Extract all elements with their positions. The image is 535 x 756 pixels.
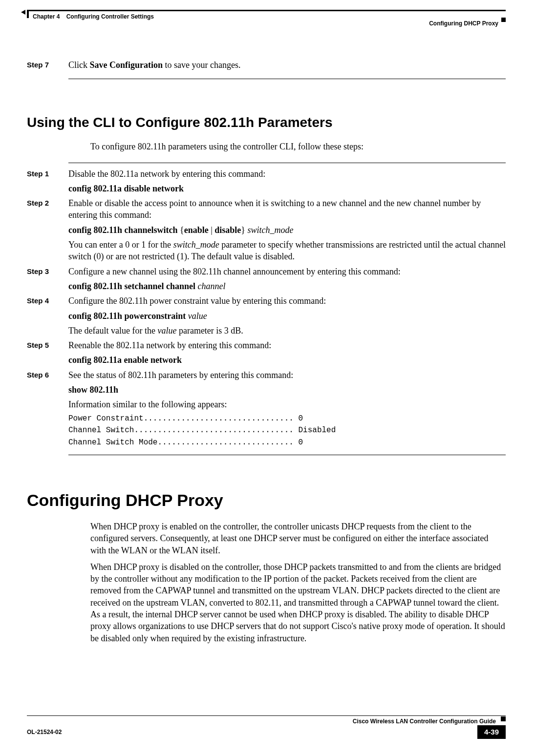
footer-guide-title: Cisco Wireless LAN Controller Configurat… bbox=[27, 717, 506, 725]
s4-cmd-p2: value bbox=[186, 311, 207, 321]
step-6-cmd: show 802.11h bbox=[68, 384, 506, 396]
header-section: Configuring DHCP Proxy bbox=[429, 13, 506, 27]
step-6-note: Information similar to the following app… bbox=[68, 399, 506, 410]
step-7-label: Step 7 bbox=[27, 59, 68, 71]
s2-cmd-p5: disable bbox=[214, 225, 241, 235]
footer-page-number: 4-39 bbox=[477, 725, 506, 739]
step-5-label: Step 5 bbox=[27, 339, 68, 351]
step-5-row: Step 5 Reenable the 802.11a network by e… bbox=[27, 339, 506, 351]
page-header: Chapter 4 Configuring Controller Setting… bbox=[27, 13, 506, 27]
step-6-text: See the status of 802.11h parameters by … bbox=[68, 369, 506, 381]
s4-note-p1: The default value for the bbox=[68, 326, 157, 336]
s3-cmd-p2: channel bbox=[195, 281, 225, 291]
step-4-label: Step 4 bbox=[27, 295, 68, 307]
s2-cmd-p1: config 802.11h channelswitch bbox=[68, 225, 178, 235]
step7-before: Click bbox=[68, 60, 90, 70]
s2-note-p1: You can enter a 0 or 1 for the bbox=[68, 240, 173, 250]
s4-note-p2: value bbox=[157, 326, 176, 336]
step-6-label: Step 6 bbox=[27, 369, 68, 381]
s2-cmd-p6: } bbox=[241, 225, 245, 235]
footer-doc-number: OL-21524-02 bbox=[27, 728, 62, 736]
dhcp-para-2: When DHCP proxy is disabled on the contr… bbox=[90, 561, 506, 644]
step-2-row: Step 2 Enable or disable the access poin… bbox=[27, 197, 506, 221]
step-7-text: Click Save Configuration to save your ch… bbox=[68, 59, 506, 71]
divider bbox=[68, 455, 506, 455]
cli-section-title: Using the CLI to Configure 802.11h Param… bbox=[27, 113, 506, 132]
step-6-output-1: Power Constraint........................… bbox=[68, 414, 506, 424]
dhcp-para-1: When DHCP proxy is enabled on the contro… bbox=[90, 521, 506, 556]
cli-intro: To configure 802.11h parameters using th… bbox=[90, 141, 506, 152]
chapter-number: Chapter 4 bbox=[33, 13, 60, 20]
s2-cmd-p7: switch_mode bbox=[245, 225, 294, 235]
step-6-output-2: Channel Switch..........................… bbox=[68, 425, 506, 436]
step-4-row: Step 4 Configure the 802.11h power const… bbox=[27, 295, 506, 307]
step-4-cmd: config 802.11h powerconstraint value bbox=[68, 310, 506, 322]
step-2-text: Enable or disable the access point to an… bbox=[68, 197, 506, 221]
header-rule bbox=[27, 10, 506, 11]
step-1-text: Disable the 802.11a network by entering … bbox=[68, 168, 506, 180]
step-4-note: The default value for the value paramete… bbox=[68, 325, 506, 336]
step-3-label: Step 3 bbox=[27, 266, 68, 277]
step-3-text: Configure a new channel using the 802.11… bbox=[68, 266, 506, 277]
step-2-label: Step 2 bbox=[27, 197, 68, 221]
s2-cmd-p4: | bbox=[209, 225, 215, 235]
s3-cmd-p1: config 802.11h setchannel channel bbox=[68, 281, 195, 291]
step-3-cmd: config 802.11h setchannel channel channe… bbox=[68, 280, 506, 292]
s2-cmd-p3: enable bbox=[184, 225, 209, 235]
divider bbox=[68, 163, 506, 163]
step-5-cmd: config 802.11a enable network bbox=[68, 354, 506, 366]
step-2-note: You can enter a 0 or 1 for the switch_mo… bbox=[68, 239, 506, 263]
s4-cmd-p1: config 802.11h powerconstraint bbox=[68, 311, 186, 321]
step-1-row: Step 1 Disable the 802.11a network by en… bbox=[27, 168, 506, 180]
divider bbox=[68, 79, 506, 79]
step-4-text: Configure the 802.11h power constraint v… bbox=[68, 295, 506, 307]
chapter-title: Configuring Controller Settings bbox=[66, 13, 154, 20]
header-caret-icon bbox=[21, 10, 25, 15]
s2-cmd-p2: { bbox=[180, 225, 184, 235]
step-2-cmd: config 802.11h channelswitch {enable | d… bbox=[68, 224, 506, 236]
s2-note-p2: switch_mode bbox=[173, 240, 219, 250]
dhcp-section-title: Configuring DHCP Proxy bbox=[27, 489, 506, 512]
step-6-row: Step 6 See the status of 802.11h paramet… bbox=[27, 369, 506, 381]
step7-after: to save your changes. bbox=[163, 60, 240, 70]
header-chapter: Chapter 4 Configuring Controller Setting… bbox=[27, 13, 154, 21]
step-1-cmd: config 802.11a disable network bbox=[68, 183, 506, 194]
step-6-output-3: Channel Switch Mode.....................… bbox=[68, 438, 506, 448]
step-5-text: Reenable the 802.11a network by entering… bbox=[68, 339, 506, 351]
step-3-row: Step 3 Configure a new channel using the… bbox=[27, 266, 506, 277]
page-footer: Cisco Wireless LAN Controller Configurat… bbox=[27, 715, 506, 739]
step-1-label: Step 1 bbox=[27, 168, 68, 180]
s4-note-p3: parameter is 3 dB. bbox=[176, 326, 243, 336]
step-7-row: Step 7 Click Save Configuration to save … bbox=[27, 59, 506, 71]
step7-bold: Save Configuration bbox=[90, 60, 163, 70]
